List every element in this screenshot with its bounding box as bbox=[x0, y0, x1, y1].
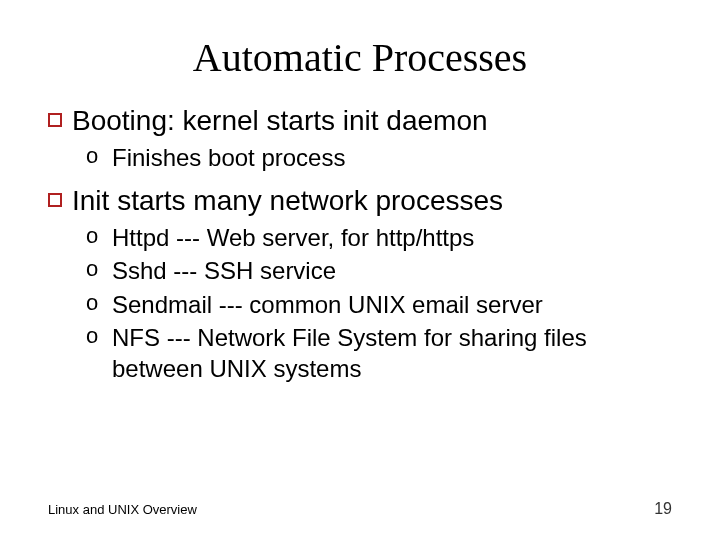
sub-bullet-text: NFS --- Network File System for sharing … bbox=[112, 322, 672, 384]
sub-bullet-text: Sshd --- SSH service bbox=[112, 255, 336, 286]
circle-bullet-icon: o bbox=[86, 289, 104, 318]
sub-bullet-item: o Sendmail --- common UNIX email server bbox=[86, 289, 672, 320]
circle-bullet-icon: o bbox=[86, 222, 104, 251]
slide: Automatic Processes Booting: kernel star… bbox=[0, 0, 720, 540]
sub-bullet-item: o Sshd --- SSH service bbox=[86, 255, 672, 286]
sub-bullet-text: Httpd --- Web server, for http/https bbox=[112, 222, 474, 253]
bullet-text: Booting: kernel starts init daemon bbox=[72, 103, 488, 138]
sub-bullet-text: Finishes boot process bbox=[112, 142, 345, 173]
sub-bullet-item: o NFS --- Network File System for sharin… bbox=[86, 322, 672, 384]
sub-bullet-item: o Finishes boot process bbox=[86, 142, 672, 173]
square-bullet-icon bbox=[48, 113, 62, 127]
bullet-item: Booting: kernel starts init daemon bbox=[48, 103, 672, 138]
bullet-text: Init starts many network processes bbox=[72, 183, 503, 218]
sub-bullet-group: o Finishes boot process bbox=[86, 142, 672, 173]
circle-bullet-icon: o bbox=[86, 142, 104, 171]
sub-bullet-item: o Httpd --- Web server, for http/https bbox=[86, 222, 672, 253]
square-bullet-icon bbox=[48, 193, 62, 207]
sub-bullet-text: Sendmail --- common UNIX email server bbox=[112, 289, 543, 320]
circle-bullet-icon: o bbox=[86, 255, 104, 284]
slide-title: Automatic Processes bbox=[48, 34, 672, 81]
circle-bullet-icon: o bbox=[86, 322, 104, 351]
footer-text: Linux and UNIX Overview bbox=[48, 502, 197, 517]
slide-content: Booting: kernel starts init daemon o Fin… bbox=[48, 103, 672, 384]
page-number: 19 bbox=[654, 500, 672, 518]
sub-bullet-group: o Httpd --- Web server, for http/https o… bbox=[86, 222, 672, 384]
bullet-item: Init starts many network processes bbox=[48, 183, 672, 218]
slide-footer: Linux and UNIX Overview 19 bbox=[48, 500, 672, 518]
